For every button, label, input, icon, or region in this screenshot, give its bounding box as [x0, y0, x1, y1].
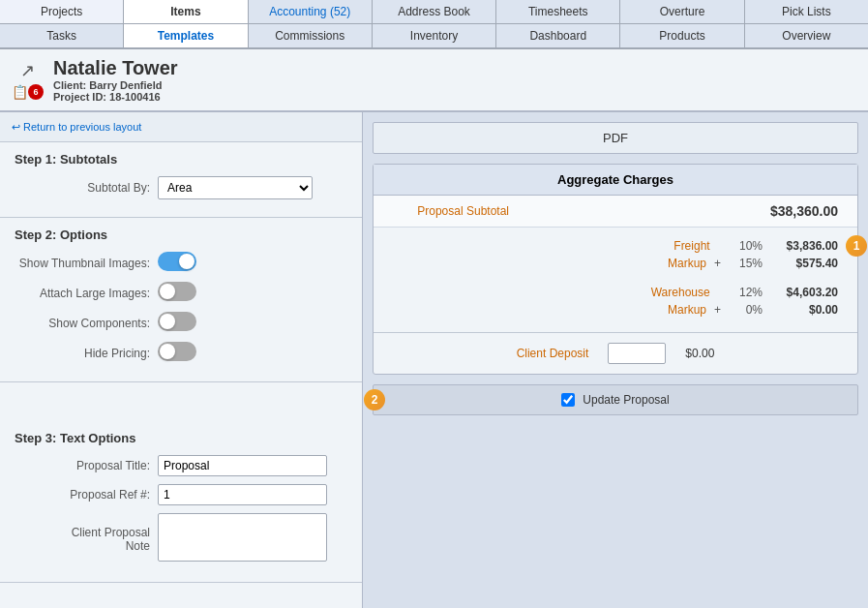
hide-pricing-toggle[interactable] — [158, 342, 347, 364]
nav-overview[interactable]: Overview — [745, 24, 868, 47]
project-info: Project ID: 18-100416 — [53, 91, 178, 103]
components-label: Show Components: — [15, 317, 150, 330]
charges-grid: Freight 10% $3,836.00 1 Markup + 15% $57… — [374, 228, 857, 332]
header-text: Natalie Tower Client: Barry Denfield Pro… — [53, 57, 178, 103]
nav-overture[interactable]: Overture — [620, 0, 744, 23]
header-icons: ↗ 📋 6 — [12, 60, 44, 100]
nav-inventory[interactable]: Inventory — [373, 24, 496, 47]
return-link-section: Return to previous layout — [0, 112, 362, 142]
freight-badge: 1 — [846, 235, 867, 257]
client-info: Client: Barry Denfield — [53, 79, 178, 91]
client-proposal-control — [158, 513, 347, 564]
hide-pricing-row: Hide Pricing: — [15, 342, 347, 364]
step3-section: Step 3: Text Options Proposal Title: Pro… — [0, 421, 362, 583]
nav-pick-lists[interactable]: Pick Lists — [745, 0, 868, 23]
nav-tasks[interactable]: Tasks — [0, 24, 124, 47]
large-images-switch[interactable] — [158, 282, 196, 301]
markup2-plus: + — [714, 303, 721, 317]
return-link[interactable]: Return to previous layout — [12, 121, 141, 133]
main-content: Return to previous layout Step 1: Subtot… — [0, 112, 868, 608]
thumbnail-label: Show Thumbnail Images: — [15, 257, 150, 270]
proposal-title-label: Proposal Title: — [15, 459, 150, 472]
nav-projects[interactable]: Projects — [0, 0, 124, 23]
nav-container: Projects Items Accounting (52) Address B… — [0, 0, 868, 49]
freight-label: Freight — [633, 239, 710, 253]
proposal-ref-control — [158, 484, 347, 505]
hide-pricing-switch[interactable] — [158, 342, 196, 361]
charge-spacer — [393, 274, 838, 286]
components-thumb — [160, 314, 175, 329]
clipboard-icon: 📋 — [12, 84, 28, 100]
aggregate-header: Aggregate Charges — [374, 165, 857, 196]
nav-commissions[interactable]: Commissions — [249, 24, 373, 47]
step2-section: Step 2: Options Show Thumbnail Images: A… — [0, 218, 362, 382]
client-proposal-textarea[interactable] — [158, 513, 327, 562]
left-panel: Return to previous layout Step 1: Subtot… — [0, 112, 363, 608]
markup2-pct: 0% — [729, 303, 763, 317]
right-panel: PDF Aggregate Charges Proposal Subtotal … — [363, 112, 868, 608]
proposal-subtotal-value: $38,360.00 — [770, 203, 838, 219]
thumbnail-row: Show Thumbnail Images: — [15, 252, 347, 274]
update-proposal-checkbox[interactable] — [561, 393, 575, 407]
update-proposal-label: Update Proposal — [583, 393, 669, 407]
proposal-title-control — [158, 455, 347, 476]
large-images-thumb — [160, 284, 175, 299]
nav-dashboard[interactable]: Dashboard — [496, 24, 620, 47]
components-switch[interactable] — [158, 312, 196, 331]
components-toggle[interactable] — [158, 312, 347, 334]
markup1-amount: $575.40 — [770, 257, 838, 270]
deposit-value: $0.00 — [685, 347, 714, 360]
nav-templates[interactable]: Templates — [124, 24, 248, 47]
warehouse-row: Warehouse 12% $4,603.20 — [393, 286, 838, 299]
warehouse-label: Warehouse — [633, 286, 710, 299]
large-images-track[interactable] — [158, 282, 196, 301]
nav-items[interactable]: Items — [124, 0, 248, 23]
nav-timesheets[interactable]: Timesheets — [496, 0, 620, 23]
step2-title: Step 2: Options — [15, 228, 347, 242]
proposal-title-input[interactable] — [158, 455, 327, 476]
components-row: Show Components: — [15, 312, 347, 334]
components-track[interactable] — [158, 312, 196, 331]
proposal-ref-row: Proposal Ref #: — [15, 484, 347, 505]
markup1-pct: 15% — [729, 257, 763, 270]
step3-title: Step 3: Text Options — [15, 431, 347, 445]
update-badge: 2 — [364, 389, 385, 410]
nav-accounting[interactable]: Accounting (52) — [249, 0, 373, 23]
hide-pricing-thumb — [160, 344, 175, 359]
pdf-button[interactable]: PDF — [373, 122, 858, 154]
markup1-label: Markup — [629, 257, 706, 270]
large-images-label: Attach Large Images: — [15, 287, 150, 300]
nav-row-1: Projects Items Accounting (52) Address B… — [0, 0, 868, 24]
proposal-ref-label: Proposal Ref #: — [15, 488, 150, 502]
subtotal-by-label: Subtotal By: — [15, 181, 150, 195]
subtotal-by-control: Area Category None — [158, 176, 347, 199]
markup2-row: Markup + 0% $0.00 — [393, 303, 838, 317]
thumbnail-thumb — [179, 254, 195, 269]
subtotal-by-select[interactable]: Area Category None — [158, 176, 313, 199]
freight-row: Freight 10% $3,836.00 1 — [393, 239, 838, 253]
large-images-row: Attach Large Images: — [15, 282, 347, 304]
freight-pct: 10% — [729, 239, 763, 253]
thumbnail-switch[interactable] — [158, 252, 196, 271]
markup1-row: Markup + 15% $575.40 — [393, 257, 838, 270]
thumbnail-track[interactable] — [158, 252, 196, 271]
step1-title: Step 1: Subtotals — [15, 152, 347, 167]
nav-products[interactable]: Products — [620, 24, 744, 47]
thumbnail-toggle[interactable] — [158, 252, 347, 274]
large-images-toggle[interactable] — [158, 282, 347, 304]
page-header: ↗ 📋 6 Natalie Tower Client: Barry Denfie… — [0, 49, 868, 112]
aggregate-charges-box: Aggregate Charges Proposal Subtotal $38,… — [373, 164, 858, 375]
hide-pricing-label: Hide Pricing: — [15, 347, 150, 360]
markup2-amount: $0.00 — [770, 303, 838, 317]
update-proposal-footer[interactable]: 2 Update Proposal — [373, 384, 858, 415]
hide-pricing-track[interactable] — [158, 342, 196, 361]
subtotal-by-row: Subtotal By: Area Category None — [15, 176, 347, 199]
deposit-input[interactable] — [608, 343, 666, 364]
markup1-plus: + — [714, 257, 721, 270]
external-link-icon[interactable]: ↗ — [20, 60, 35, 81]
client-name-heading: Natalie Tower — [53, 57, 178, 79]
proposal-ref-input[interactable] — [158, 484, 327, 505]
notification-badge: 6 — [28, 84, 44, 100]
warehouse-amount: $4,603.20 — [770, 286, 838, 299]
nav-address-book[interactable]: Address Book — [373, 0, 496, 23]
